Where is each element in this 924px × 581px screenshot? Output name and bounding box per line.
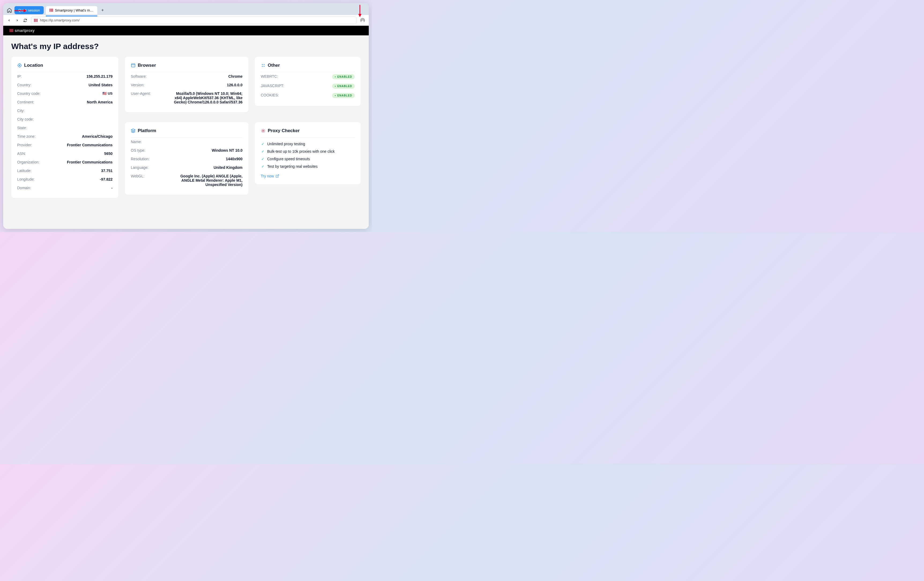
resolution-value: 1440x900 xyxy=(226,157,243,161)
check-icon: ✓ xyxy=(261,149,265,154)
continent-value: North America xyxy=(87,100,112,104)
card-other: Other WEBRTC:ENABLED JAVASCRIPT:ENABLED … xyxy=(255,57,361,106)
svg-point-14 xyxy=(262,66,262,67)
country-value: United States xyxy=(89,83,112,87)
forward-button[interactable] xyxy=(15,18,19,23)
try-now-link[interactable]: Try now xyxy=(261,174,279,178)
check-icon: ✓ xyxy=(261,142,265,146)
url-text: https://ip.smartproxy.com/ xyxy=(40,18,79,22)
javascript-badge: ENABLED xyxy=(332,84,355,89)
card-browser: Browser Software:Chrome Version:126.0.0.… xyxy=(125,57,248,112)
card-title: Platform xyxy=(138,128,156,134)
card-location: Location IP:156.255.21.179 Country:Unite… xyxy=(11,57,119,198)
brand-name: smartproxy xyxy=(15,28,35,33)
external-link-icon xyxy=(276,174,279,178)
os-value: Windows NT 10.0 xyxy=(212,148,243,152)
svg-line-19 xyxy=(277,175,279,176)
page-title: What's my IP address? xyxy=(11,42,361,51)
org-value: Frontier Communications xyxy=(67,160,112,164)
fingerprint-icon xyxy=(360,18,365,23)
webrtc-badge: ENABLED xyxy=(332,74,355,79)
useragent-value: Mozilla/5.0 (Windows NT 10.0; Win64; x64… xyxy=(171,91,243,104)
card-platform: Platform Name: OS type:Windows NT 10.0 R… xyxy=(125,122,248,195)
reload-button[interactable] xyxy=(23,18,27,23)
version-value: 126.0.0.0 xyxy=(227,83,243,87)
svg-point-15 xyxy=(264,66,264,67)
location-icon xyxy=(17,63,22,68)
browser-icon xyxy=(131,63,135,68)
svg-rect-10 xyxy=(131,64,135,67)
proxy-feature-row: ✓Unlimited proxy testing xyxy=(261,140,355,148)
language-value: United Kingdom xyxy=(214,165,243,170)
lon-value: -97.822 xyxy=(100,177,112,182)
layers-icon xyxy=(131,129,135,133)
timezone-value: America/Chicago xyxy=(82,134,112,139)
svg-marker-16 xyxy=(131,129,135,131)
ip-value: 156.255.21.179 xyxy=(87,74,112,79)
check-icon: ✓ xyxy=(261,164,265,168)
fingerprint-button[interactable] xyxy=(360,18,365,23)
tab-quick-session[interactable]: Quick session xyxy=(15,6,44,14)
reload-icon xyxy=(23,18,27,22)
chevron-right-icon xyxy=(16,19,19,22)
card-proxy-checker: Proxy Checker ✓Unlimited proxy testing ✓… xyxy=(255,122,361,184)
site-header: smartproxy xyxy=(3,26,369,35)
grid-icon xyxy=(261,63,266,68)
domain-value: - xyxy=(111,186,112,190)
svg-point-12 xyxy=(262,64,262,65)
country-code-value: 🇺🇸 US xyxy=(102,91,112,96)
asn-value: 5650 xyxy=(104,152,112,156)
card-title: Other xyxy=(268,63,280,68)
card-title: Browser xyxy=(138,63,156,68)
target-icon xyxy=(261,129,266,133)
page-content: What's my IP address? Location IP:156.25… xyxy=(3,35,369,229)
chevron-left-icon xyxy=(8,19,11,22)
provider-value: Frontier Communications xyxy=(67,143,112,147)
home-icon xyxy=(7,8,12,13)
svg-point-18 xyxy=(262,130,264,131)
home-button[interactable] xyxy=(7,7,12,13)
svg-point-17 xyxy=(262,129,265,132)
proxy-feature-row: ✓Configure speed timeouts xyxy=(261,155,355,163)
svg-point-5 xyxy=(19,65,20,66)
proxy-feature-row: ✓Test by targeting real websites xyxy=(261,163,355,170)
cookies-badge: ENABLED xyxy=(332,93,355,98)
check-icon: ✓ xyxy=(261,157,265,161)
logo-icon xyxy=(10,29,13,32)
card-title: Location xyxy=(24,63,43,68)
address-bar: https://ip.smartproxy.com/ xyxy=(3,15,369,26)
proxy-feature-row: ✓Bulk-test up to 10k proxies with one cl… xyxy=(261,148,355,155)
new-tab-button[interactable]: + xyxy=(99,7,106,13)
tab-label: Smartproxy | What's m… xyxy=(55,8,94,12)
tab-smartproxy[interactable]: Smartproxy | What's m… xyxy=(46,6,97,14)
tab-strip: Quick session Smartproxy | What's m… + xyxy=(3,3,369,15)
card-title: Proxy Checker xyxy=(268,128,300,134)
url-favicon-icon xyxy=(34,19,38,22)
back-button[interactable] xyxy=(7,18,11,23)
software-value: Chrome xyxy=(228,74,243,79)
url-input[interactable]: https://ip.smartproxy.com/ xyxy=(31,17,356,24)
favicon-icon xyxy=(50,8,53,12)
svg-point-13 xyxy=(264,64,264,65)
lat-value: 37.751 xyxy=(101,168,112,173)
webgl-value: Google Inc. (Apple) ANGLE (Apple, ANGLE … xyxy=(171,174,243,187)
